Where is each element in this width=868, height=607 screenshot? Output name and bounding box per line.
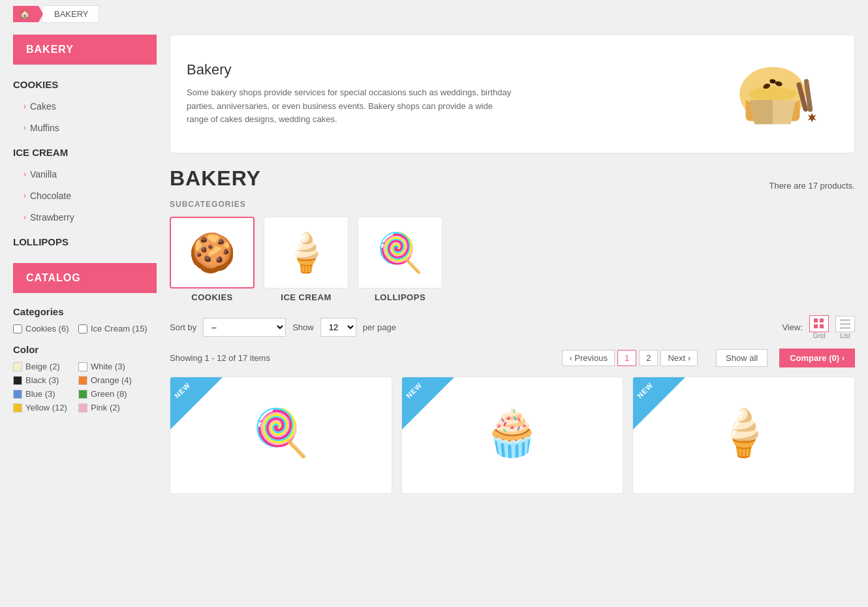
subcat-icecream[interactable]: 🍦 ICE CREAM xyxy=(264,217,349,302)
subcat-icecream-image: 🍦 xyxy=(264,217,349,288)
filter-yellow[interactable]: Yellow (12) xyxy=(13,403,72,412)
filter-green[interactable]: Green (8) xyxy=(78,389,137,399)
sidebar-catalog-button[interactable]: CATALOG xyxy=(13,263,157,293)
controls-bar: Sort by – Name A-Z Price Low-High Show 1… xyxy=(170,315,855,339)
new-badge-1: NEW xyxy=(170,377,223,429)
subcat-cookies-label: COOKIES xyxy=(170,292,255,302)
hero-title: Bakery xyxy=(187,61,707,78)
per-page-label: per page xyxy=(363,322,396,332)
view-label: View: xyxy=(782,322,803,332)
grid-view-button[interactable]: Grid xyxy=(809,315,829,339)
page-2-button[interactable]: 2 xyxy=(639,350,658,366)
filter-black[interactable]: Black (3) xyxy=(13,375,72,385)
swatch-black xyxy=(13,376,22,385)
pagination-controls: ‹ Previous 1 2 Next › xyxy=(562,350,698,366)
color-row-2: Black (3) Orange (4) xyxy=(13,375,157,385)
hero-description: Some bakery shops provide services for s… xyxy=(187,86,513,127)
categories-filter-title: Categories xyxy=(13,306,157,317)
showing-text: Showing 1 - 12 of 17 items xyxy=(170,353,557,363)
breadcrumb-bar: 🏠 BAKERY xyxy=(0,0,868,28)
swatch-beige xyxy=(13,362,22,371)
categories-filter: Categories Cookies (6) Ice Cream (15) xyxy=(13,306,157,334)
color-row-1: Beige (2) White (3) xyxy=(13,362,157,371)
sort-label: Sort by xyxy=(170,322,196,332)
breadcrumb-home[interactable]: 🏠 xyxy=(13,6,43,22)
filter-icecream[interactable]: Ice Cream (15) xyxy=(78,324,147,334)
filter-icecream-checkbox[interactable] xyxy=(78,324,87,334)
subcat-cookies[interactable]: 🍪 COOKIES xyxy=(170,217,255,302)
main-layout: BAKERY COOKIES › Cakes › Muffins ICE CRE… xyxy=(0,28,868,501)
swatch-white xyxy=(78,362,87,371)
breadcrumb-page: BAKERY xyxy=(42,5,99,23)
hero-image xyxy=(707,52,838,136)
swatch-yellow xyxy=(13,403,22,412)
main-content: Bakery Some bakery shops provide service… xyxy=(170,35,855,494)
svg-marker-9 xyxy=(808,113,816,122)
sidebar-item-cakes[interactable]: › Cakes xyxy=(13,96,157,117)
sidebar-item-muffins[interactable]: › Muffins xyxy=(13,117,157,139)
show-select[interactable]: 12 24 48 xyxy=(320,318,356,337)
show-label: Show xyxy=(292,322,314,332)
sidebar-section-icecream[interactable]: ICE CREAM xyxy=(13,139,157,164)
list-view-label: List xyxy=(840,332,850,339)
new-badge-3: NEW xyxy=(633,377,685,429)
color-row-3: Blue (3) Green (8) xyxy=(13,389,157,399)
color-filter: Color Beige (2) White (3) Black (3) xyxy=(13,344,157,412)
section-title: BAKERY xyxy=(170,166,261,191)
grid-view-label: Grid xyxy=(813,332,826,339)
chevron-icon: › xyxy=(23,123,26,132)
product-count: There are 17 products. xyxy=(769,181,855,191)
filter-cookies[interactable]: Cookies (6) xyxy=(13,324,72,334)
next-button[interactable]: Next › xyxy=(660,350,698,366)
svg-point-3 xyxy=(749,87,797,101)
product-card-1: NEW 🍭 xyxy=(170,377,392,494)
filter-white[interactable]: White (3) xyxy=(78,362,137,371)
color-filter-title: Color xyxy=(13,344,157,355)
swatch-orange xyxy=(78,376,87,385)
subcategories: 🍪 COOKIES 🍦 ICE CREAM 🍭 LOLLIPOPS xyxy=(170,217,855,302)
chevron-icon: › xyxy=(23,170,26,179)
swatch-blue xyxy=(13,390,22,399)
filter-blue[interactable]: Blue (3) xyxy=(13,389,72,399)
sidebar-section-lollipops[interactable]: LOLLIPOPS xyxy=(13,228,157,253)
swatch-pink xyxy=(78,403,87,412)
products-grid: NEW 🍭 NEW 🧁 NEW 🍦 xyxy=(170,377,855,494)
chevron-icon: › xyxy=(23,213,26,222)
show-all-button[interactable]: Show all xyxy=(716,349,767,367)
muffin-svg xyxy=(711,55,835,133)
sidebar-item-vanilla[interactable]: › Vanilla xyxy=(13,164,157,185)
sidebar-item-strawberry[interactable]: › Strawberry xyxy=(13,207,157,228)
filter-beige[interactable]: Beige (2) xyxy=(13,362,72,371)
filter-orange[interactable]: Orange (4) xyxy=(78,375,137,385)
filter-pink[interactable]: Pink (2) xyxy=(78,403,137,412)
subcat-cookies-image: 🍪 xyxy=(170,217,255,288)
sidebar-section-cookies[interactable]: COOKIES xyxy=(13,71,157,96)
product-card-3: NEW 🍦 xyxy=(632,377,855,494)
filter-cookies-checkbox[interactable] xyxy=(13,324,22,334)
section-header: BAKERY There are 17 products. xyxy=(170,166,855,191)
compare-button[interactable]: Compare (0) › xyxy=(779,349,855,367)
grid-view-icon[interactable] xyxy=(809,315,829,332)
chevron-icon: › xyxy=(23,191,26,200)
subcat-lollipops-label: LOLLIPOPS xyxy=(358,292,442,302)
sidebar: BAKERY COOKIES › Cakes › Muffins ICE CRE… xyxy=(13,35,157,494)
product-card-2: NEW 🧁 xyxy=(401,377,624,494)
prev-button[interactable]: ‹ Previous xyxy=(562,350,615,366)
subcat-lollipops-image: 🍭 xyxy=(358,217,442,288)
page-1-button[interactable]: 1 xyxy=(617,350,636,366)
hero-text: Bakery Some bakery shops provide service… xyxy=(187,61,707,127)
color-row-4: Yellow (12) Pink (2) xyxy=(13,403,157,412)
new-badge-2: NEW xyxy=(402,377,454,429)
list-view-button[interactable]: List xyxy=(835,316,855,339)
swatch-green xyxy=(78,390,87,399)
list-view-icon[interactable] xyxy=(835,316,855,332)
sidebar-item-chocolate[interactable]: › Chocolate xyxy=(13,185,157,207)
sidebar-bakery-button[interactable]: BAKERY xyxy=(13,35,157,65)
subcat-lollipops[interactable]: 🍭 LOLLIPOPS xyxy=(358,217,442,302)
categories-filter-row: Cookies (6) Ice Cream (15) xyxy=(13,324,157,334)
sort-select[interactable]: – Name A-Z Price Low-High xyxy=(203,318,286,337)
subcategories-label: SUBCATEGORIES xyxy=(170,200,855,209)
pagination-bar: Showing 1 - 12 of 17 items ‹ Previous 1 … xyxy=(170,349,855,367)
chevron-icon: › xyxy=(23,102,26,111)
subcat-icecream-label: ICE CREAM xyxy=(264,292,349,302)
